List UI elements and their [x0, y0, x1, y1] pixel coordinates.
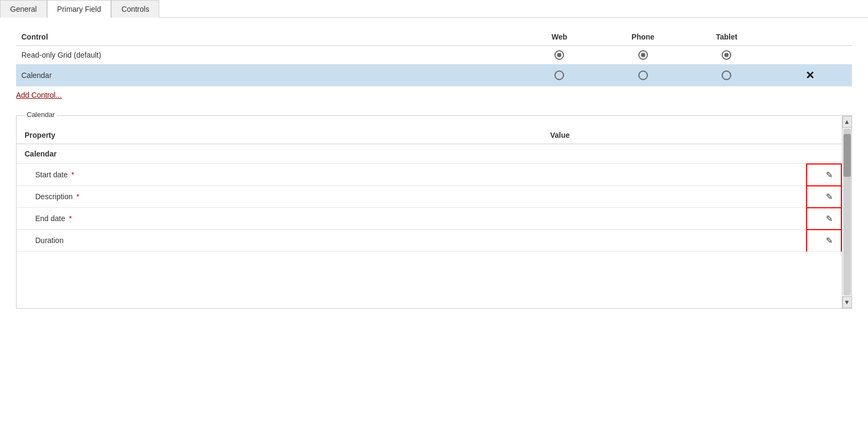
props-main: Property Value Calendar	[17, 116, 842, 308]
remove-calendar-cell: ✕	[769, 65, 853, 87]
scroll-track[interactable]	[843, 129, 851, 295]
col-header-control: Control	[16, 28, 518, 46]
scroll-up-button[interactable]: ▲	[842, 116, 852, 128]
col-header-phone: Phone	[601, 28, 685, 46]
controls-table: Control Web Phone Tablet Read-only Grid …	[16, 28, 852, 87]
edit-cell-description: ✎	[807, 186, 841, 208]
col-header-web: Web	[518, 28, 601, 46]
props-group-label: Calendar	[17, 144, 542, 164]
tablet-radio-readonly[interactable]	[685, 46, 769, 65]
prop-label-end-date: End date *	[17, 208, 542, 230]
edit-cell-duration: ✎	[807, 230, 841, 252]
table-row: Read-only Grid (default)	[16, 46, 852, 65]
table-row: Calendar ✕	[16, 65, 852, 87]
remove-calendar-button[interactable]: ✕	[806, 69, 815, 81]
phone-radio-calendar[interactable]	[601, 65, 685, 87]
required-star-start-date: *	[72, 170, 74, 179]
prop-row-duration: Duration ✎	[17, 230, 841, 252]
control-name-readonly-grid: Read-only Grid (default)	[16, 46, 518, 65]
props-area: Property Value Calendar	[17, 116, 851, 308]
calendar-section-label: Calendar	[25, 111, 57, 119]
control-name-calendar: Calendar	[16, 65, 518, 87]
calendar-properties-section: Calendar Property Value Calendar	[16, 115, 852, 309]
prop-row-description: Description * ✎	[17, 186, 841, 208]
radio-phone-calendar-empty[interactable]	[638, 70, 648, 80]
edit-cell-start-date: ✎	[807, 164, 841, 186]
col-header-tablet: Tablet	[685, 28, 769, 46]
scroll-down-button[interactable]: ▼	[842, 296, 852, 308]
prop-header-edit	[807, 127, 841, 144]
edit-cell-end-date: ✎	[807, 208, 841, 230]
radio-phone-readonly-filled[interactable]	[638, 50, 648, 60]
radio-tablet-readonly-filled[interactable]	[722, 50, 731, 60]
prop-label-start-date: Start date *	[17, 164, 542, 186]
prop-value-duration	[542, 230, 807, 252]
main-content: Control Web Phone Tablet Read-only Grid …	[0, 18, 868, 319]
prop-label-description: Description *	[17, 186, 542, 208]
props-group-value-empty	[542, 144, 807, 164]
prop-value-end-date	[542, 208, 807, 230]
tablet-radio-calendar[interactable]	[685, 65, 769, 87]
prop-value-description	[542, 186, 807, 208]
prop-header-value: Value	[542, 127, 807, 144]
tab-controls[interactable]: Controls	[111, 0, 159, 18]
props-table: Property Value Calendar	[17, 127, 842, 252]
props-group-edit-empty	[807, 144, 841, 164]
controls-section: Control Web Phone Tablet Read-only Grid …	[16, 28, 852, 99]
edit-icon-description[interactable]: ✎	[826, 192, 833, 202]
col-header-action	[769, 28, 853, 46]
prop-row-end-date: End date * ✎	[17, 208, 841, 230]
edit-icon-end-date[interactable]: ✎	[826, 214, 833, 224]
props-group-calendar: Calendar	[17, 144, 841, 164]
prop-label-duration: Duration	[17, 230, 542, 252]
prop-header-property: Property	[17, 127, 542, 144]
radio-web-calendar-empty[interactable]	[554, 70, 564, 80]
radio-web-readonly-filled[interactable]	[554, 50, 564, 60]
tab-primary-field[interactable]: Primary Field	[47, 0, 111, 18]
add-control-link[interactable]: Add Control...	[16, 91, 62, 99]
props-scrollbar: ▲ ▼	[842, 116, 851, 308]
prop-row-start-date: Start date * ✎	[17, 164, 841, 186]
radio-tablet-calendar-empty[interactable]	[722, 70, 731, 80]
required-star-end-date: *	[69, 214, 72, 223]
required-star-description: *	[76, 192, 79, 201]
tabs-bar: General Primary Field Controls	[0, 0, 868, 18]
scroll-thumb[interactable]	[843, 134, 851, 177]
edit-icon-start-date[interactable]: ✎	[826, 170, 833, 180]
tab-general[interactable]: General	[0, 0, 47, 18]
edit-icon-duration[interactable]: ✎	[826, 236, 833, 246]
web-radio-readonly[interactable]	[518, 46, 601, 65]
prop-value-start-date	[542, 164, 807, 186]
phone-radio-readonly[interactable]	[601, 46, 685, 65]
web-radio-calendar[interactable]	[518, 65, 601, 87]
action-readonly	[769, 46, 853, 65]
